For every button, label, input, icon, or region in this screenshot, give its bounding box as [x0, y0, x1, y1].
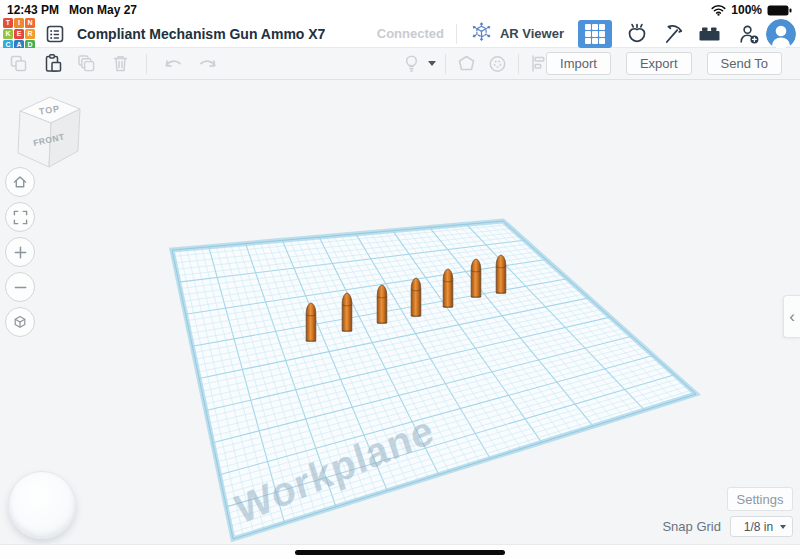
- perspective-toggle-button[interactable]: [5, 307, 35, 337]
- wifi-icon: [711, 4, 726, 16]
- minecraft-pickaxe-icon[interactable]: [661, 22, 685, 46]
- fit-view-icon: [13, 210, 28, 225]
- home-icon: [12, 174, 28, 190]
- copy-icon[interactable]: [8, 53, 29, 74]
- bullet-shape[interactable]: [341, 292, 353, 332]
- zoom-out-icon: [13, 280, 28, 295]
- status-time: 12:43 PM: [7, 3, 59, 17]
- export-button[interactable]: Export: [626, 52, 692, 75]
- tinkercad-logo[interactable]: TINKERCAD: [3, 18, 35, 50]
- connection-status: Connected: [377, 26, 444, 41]
- snap-grid-label: Snap Grid: [662, 519, 721, 534]
- toolbar-separator: [445, 54, 446, 74]
- ar-viewer-button[interactable]: AR Viewer: [470, 22, 564, 45]
- zoom-out-button[interactable]: [5, 272, 35, 302]
- send-to-button[interactable]: Send To: [707, 52, 782, 75]
- edit-toolbar: Import Export Send To: [0, 48, 800, 80]
- logo-tile: T: [3, 18, 13, 28]
- dropdown-caret[interactable]: [428, 61, 436, 66]
- duplicate-icon[interactable]: [76, 53, 97, 74]
- snap-grid-dropdown[interactable]: 1/8 in: [730, 516, 793, 537]
- settings-button[interactable]: Settings: [727, 487, 793, 511]
- orbit-control-puck[interactable]: [8, 471, 76, 539]
- battery-percent: 100%: [731, 3, 762, 17]
- document-title[interactable]: Compliant Mechanism Gun Ammo X7: [77, 26, 325, 42]
- logo-tile: E: [14, 29, 24, 39]
- bullet-shape[interactable]: [410, 277, 422, 317]
- perspective-icon: [12, 314, 28, 330]
- ar-cube-icon: [470, 22, 493, 45]
- avatar[interactable]: [766, 19, 796, 49]
- grid-view-icon: [584, 23, 606, 45]
- delete-icon[interactable]: [110, 53, 131, 74]
- logo-tile: N: [25, 18, 35, 28]
- snap-grid-value: 1/8 in: [737, 520, 780, 534]
- home-indicator[interactable]: [295, 550, 505, 555]
- bullet-shape[interactable]: [305, 302, 317, 342]
- logo-tile: I: [14, 18, 24, 28]
- bullet-shape[interactable]: [376, 284, 388, 324]
- add-person-icon[interactable]: [738, 23, 760, 45]
- show-all-icon[interactable]: [402, 53, 421, 74]
- panel-expand-tab[interactable]: ‹: [783, 295, 800, 338]
- ipad-bottom-bar: [0, 544, 800, 559]
- paste-icon[interactable]: [42, 53, 63, 74]
- workplane[interactable]: [0, 80, 800, 544]
- zoom-in-button[interactable]: [5, 237, 35, 267]
- toolbar-separator: [518, 54, 519, 74]
- chevron-left-icon: ‹: [789, 307, 795, 327]
- status-date: Mon May 27: [69, 3, 137, 17]
- home-view-button[interactable]: [5, 167, 35, 197]
- undo-icon[interactable]: [162, 55, 184, 73]
- viewport-canvas[interactable]: Workplane TOP FRONT ‹: [0, 80, 800, 544]
- redo-icon[interactable]: [197, 55, 219, 73]
- ar-viewer-label: AR Viewer: [500, 26, 564, 41]
- toolbar-separator: [146, 54, 147, 74]
- chevron-down-icon: [780, 525, 786, 529]
- logo-tile: K: [3, 29, 13, 39]
- battery-icon: [767, 5, 792, 16]
- bullet-shape[interactable]: [442, 268, 454, 308]
- main-toolbar: TINKERCAD Compliant Mechanism Gun Ammo X…: [0, 20, 800, 48]
- hole-icon[interactable]: [486, 53, 509, 75]
- view-nav-column: [5, 167, 35, 337]
- design-properties-icon[interactable]: [45, 24, 65, 44]
- group-icon[interactable]: [455, 53, 478, 75]
- zoom-in-icon: [13, 245, 28, 260]
- lego-brick-icon[interactable]: [697, 23, 722, 45]
- sim-lab-icon[interactable]: [625, 22, 649, 46]
- bullet-shape[interactable]: [470, 258, 482, 298]
- fit-view-button[interactable]: [5, 202, 35, 232]
- bullet-shape[interactable]: [495, 254, 507, 294]
- import-button[interactable]: Import: [546, 52, 611, 75]
- toolbar-separator: [456, 24, 457, 44]
- logo-tile: R: [25, 29, 35, 39]
- grid-view-button[interactable]: [578, 20, 612, 48]
- ios-status-bar: 12:43 PM Mon May 27 100%: [0, 0, 800, 20]
